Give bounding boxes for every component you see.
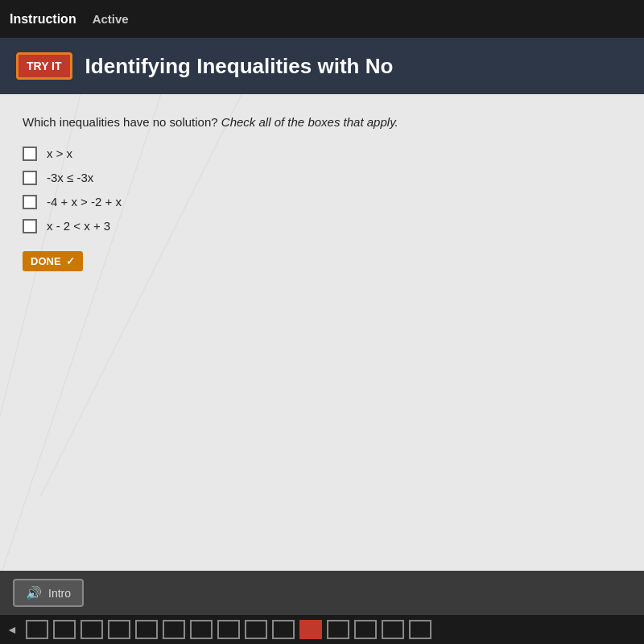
choice-label-3: -4 + x > -2 + x bbox=[47, 195, 122, 208]
choice-item-1[interactable]: x > x bbox=[23, 147, 621, 161]
taskbar-box-5[interactable] bbox=[135, 620, 158, 639]
try-it-badge: TRY IT bbox=[16, 52, 72, 80]
active-tab[interactable]: Active bbox=[93, 12, 129, 26]
taskbar-box-3[interactable] bbox=[80, 620, 103, 639]
choice-item-2[interactable]: -3x ≤ -3x bbox=[23, 171, 621, 185]
taskbar-box-7[interactable] bbox=[190, 620, 213, 639]
taskbar-box-10[interactable] bbox=[272, 620, 295, 639]
taskbar-box-13[interactable] bbox=[354, 620, 377, 639]
taskbar-box-8[interactable] bbox=[217, 620, 240, 639]
checkbox-2[interactable] bbox=[23, 171, 37, 185]
question-text: Which inequalities have no solution? Che… bbox=[23, 114, 621, 132]
choice-item-3[interactable]: -4 + x > -2 + x bbox=[23, 195, 621, 209]
speaker-icon: 🔊 bbox=[26, 585, 42, 601]
choice-label-1: x > x bbox=[47, 147, 72, 160]
taskbar-box-11-active[interactable] bbox=[299, 620, 322, 639]
done-button[interactable]: DONE ✓ bbox=[23, 251, 83, 271]
taskbar-box-12[interactable] bbox=[327, 620, 349, 639]
intro-label: Intro bbox=[48, 587, 71, 600]
taskbar-box-1[interactable] bbox=[26, 620, 48, 639]
choice-item-4[interactable]: x - 2 < x + 3 bbox=[23, 219, 621, 233]
intro-button[interactable]: 🔊 Intro bbox=[13, 579, 84, 607]
taskbar-box-9[interactable] bbox=[245, 620, 267, 639]
taskbar-arrow[interactable]: ◄ bbox=[6, 623, 18, 636]
bottom-audio-bar: 🔊 Intro bbox=[0, 571, 644, 615]
taskbar-box-6[interactable] bbox=[163, 620, 185, 639]
choice-label-4: x - 2 < x + 3 bbox=[47, 219, 110, 233]
top-navigation-bar: Instruction Active bbox=[0, 0, 644, 38]
page-title: Identifying Inequalities with No bbox=[85, 54, 394, 79]
taskbar-box-15[interactable] bbox=[409, 620, 431, 639]
taskbar: ◄ bbox=[0, 615, 644, 644]
taskbar-box-14[interactable] bbox=[382, 620, 404, 639]
taskbar-box-2[interactable] bbox=[53, 620, 76, 639]
content-panel: Which inequalities have no solution? Che… bbox=[0, 94, 644, 571]
taskbar-box-4[interactable] bbox=[108, 620, 130, 639]
header-banner: TRY IT Identifying Inequalities with No bbox=[0, 38, 644, 94]
choices-list: x > x -3x ≤ -3x -4 + x > -2 + x x - 2 < … bbox=[23, 147, 621, 233]
choice-label-2: -3x ≤ -3x bbox=[47, 171, 93, 184]
checkbox-3[interactable] bbox=[23, 195, 37, 209]
checkbox-4[interactable] bbox=[23, 219, 37, 233]
checkbox-1[interactable] bbox=[23, 147, 37, 161]
instruction-tab[interactable]: Instruction bbox=[10, 12, 76, 27]
main-wrapper: TRY IT Identifying Inequalities with No … bbox=[0, 38, 644, 644]
done-label: DONE bbox=[31, 255, 61, 267]
checkmark-icon: ✓ bbox=[66, 255, 75, 267]
